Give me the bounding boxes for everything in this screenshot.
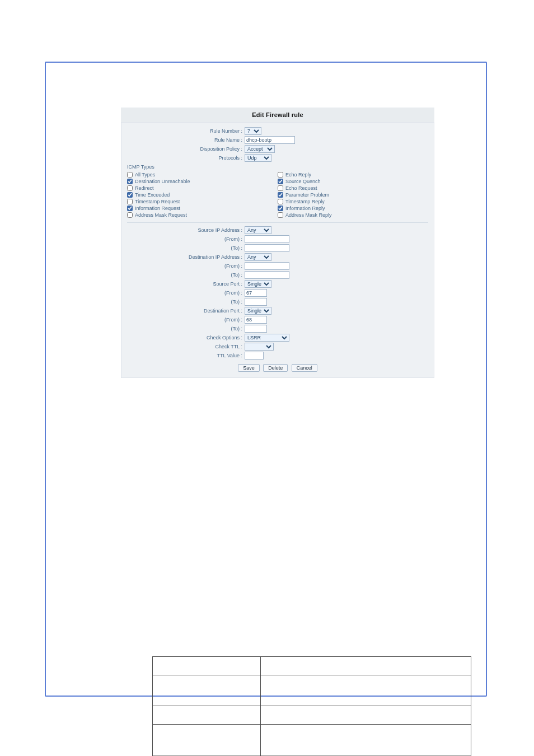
icmp-timestamp-reply-checkbox[interactable] (278, 199, 283, 204)
source-ip-select[interactable]: Any (245, 226, 271, 234)
icmp-destination-unreachable-checkbox[interactable] (127, 179, 133, 184)
source-ip-label: Source IP Address : (127, 227, 245, 233)
delete-button[interactable]: Delete (263, 364, 288, 372)
rule-name-label: Rule Name : (127, 137, 245, 143)
destination-port-label: Destination Port : (127, 308, 245, 314)
icmp-parameter-problem-checkbox[interactable] (278, 192, 283, 198)
icmp-source-quench-checkbox[interactable] (278, 179, 283, 184)
source-port-label: Source Port : (127, 281, 245, 287)
ttl-value-label: TTL Value : (127, 353, 245, 358)
source-port-from-label: (From) : (127, 290, 245, 296)
icmp-address-mask-reply-checkbox[interactable] (278, 212, 283, 218)
icmp-item-label: Timestamp Reply (285, 199, 325, 204)
icmp-item-label: Source Quench (285, 179, 321, 184)
icmp-information-request-checkbox[interactable] (127, 206, 133, 211)
destination-ip-label: Destination IP Address : (127, 254, 245, 260)
destination-port-select[interactable]: Single (245, 307, 271, 315)
source-ip-from-label: (From) : (127, 236, 245, 242)
check-options-select[interactable]: LSRR (245, 334, 289, 342)
icmp-item-label: Destination Unreachable (135, 179, 190, 184)
icmp-item-label: All Types (135, 172, 155, 178)
icmp-item-label: Time Exceeded (135, 192, 170, 198)
icmp-item-label: Timestamp Request (135, 199, 180, 204)
disposition-policy-select[interactable]: Accept (245, 145, 275, 153)
icmp-item-label: Information Request (135, 206, 180, 211)
icmp-all-types-checkbox[interactable] (127, 172, 133, 178)
source-port-to-input[interactable] (245, 298, 267, 306)
document-table (152, 656, 471, 756)
icmp-item-label: Address Mask Request (135, 212, 187, 218)
icmp-item-label: Redirect (135, 185, 154, 191)
icmp-item-label: Address Mask Reply (285, 212, 332, 218)
destination-port-to-label: (To) : (127, 326, 245, 332)
icmp-time-exceeded-checkbox[interactable] (127, 192, 133, 198)
destination-ip-from-input[interactable] (245, 262, 289, 270)
protocols-label: Protocols : (127, 155, 245, 161)
destination-port-from-input[interactable] (245, 316, 267, 324)
panel-title: Edit Firewall rule (121, 108, 434, 122)
destination-ip-from-label: (From) : (127, 263, 245, 269)
source-port-select[interactable]: Single (245, 280, 271, 288)
check-ttl-label: Check TTL : (127, 344, 245, 349)
icmp-item-label: Information Reply (285, 206, 325, 211)
icmp-timestamp-request-checkbox[interactable] (127, 199, 133, 204)
icmp-item-label: Echo Request (285, 185, 317, 191)
source-ip-from-input[interactable] (245, 235, 289, 243)
rule-name-input[interactable] (245, 136, 295, 144)
icmp-echo-reply-checkbox[interactable] (278, 172, 283, 178)
page-border: Edit Firewall rule Rule Number : 7 Rule … (45, 62, 487, 697)
icmp-item-label: Echo Reply (285, 172, 311, 178)
icmp-item-label: Parameter Problem (285, 192, 329, 198)
icmp-redirect-checkbox[interactable] (127, 185, 133, 191)
destination-ip-select[interactable]: Any (245, 253, 271, 261)
destination-port-from-label: (From) : (127, 317, 245, 323)
rule-number-select[interactable]: 7 (245, 127, 261, 135)
rule-number-label: Rule Number : (127, 128, 245, 134)
ttl-value-input[interactable] (245, 352, 264, 360)
icmp-information-reply-checkbox[interactable] (278, 206, 283, 211)
source-ip-to-label: (To) : (127, 245, 245, 251)
icmp-types-heading: ICMP Types (127, 164, 428, 170)
source-port-to-label: (To) : (127, 299, 245, 305)
check-ttl-select[interactable] (245, 343, 274, 351)
icmp-echo-request-checkbox[interactable] (278, 185, 283, 191)
icmp-address-mask-request-checkbox[interactable] (127, 212, 133, 218)
destination-ip-to-label: (To) : (127, 272, 245, 278)
cancel-button[interactable]: Cancel (292, 364, 317, 372)
save-button[interactable]: Save (238, 364, 260, 372)
source-port-from-input[interactable] (245, 289, 267, 297)
destination-port-to-input[interactable] (245, 325, 267, 333)
source-ip-to-input[interactable] (245, 244, 289, 252)
protocols-select[interactable]: Udp (245, 154, 271, 162)
destination-ip-to-input[interactable] (245, 271, 289, 279)
disposition-policy-label: Disposition Policy : (127, 146, 245, 152)
check-options-label: Check Options : (127, 335, 245, 340)
edit-firewall-rule-panel: Edit Firewall rule Rule Number : 7 Rule … (121, 108, 434, 378)
